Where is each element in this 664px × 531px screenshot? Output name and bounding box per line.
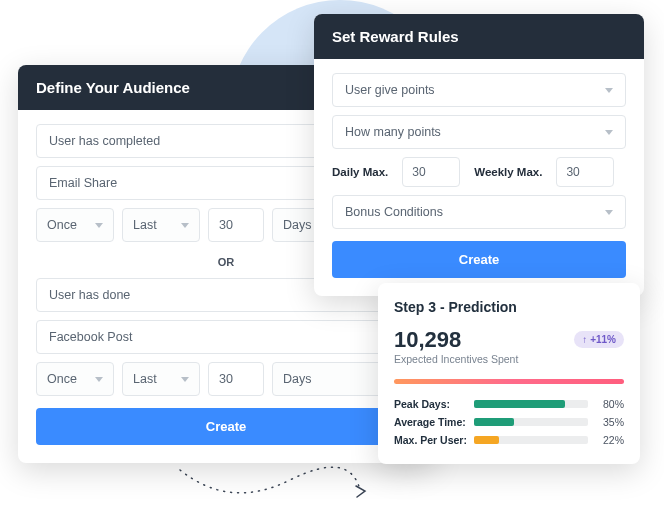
weekly-max-label: Weekly Max. bbox=[474, 166, 542, 178]
weekly-max-input[interactable] bbox=[556, 157, 614, 187]
bonus-label: Bonus Conditions bbox=[345, 205, 443, 219]
trigger-label-1: User has completed bbox=[49, 134, 160, 148]
arrow-up-icon: ↑ bbox=[582, 334, 587, 345]
prediction-value: 10,298 bbox=[394, 327, 518, 353]
chevron-down-icon bbox=[181, 223, 189, 228]
range-label-2: Last bbox=[133, 372, 157, 386]
channel-label-2: Facebook Post bbox=[49, 330, 132, 344]
reward-header: Set Reward Rules bbox=[314, 14, 644, 59]
reward-rules-card: Set Reward Rules User give points How ma… bbox=[314, 14, 644, 296]
avg-label: Average Time: bbox=[394, 416, 474, 428]
max-bar bbox=[474, 436, 588, 444]
reward-create-button[interactable]: Create bbox=[332, 241, 626, 278]
channel-select-2[interactable]: Facebook Post bbox=[36, 320, 416, 354]
chevron-down-icon bbox=[95, 223, 103, 228]
range-select-1[interactable]: Last bbox=[122, 208, 200, 242]
max-val: 22% bbox=[596, 434, 624, 446]
define-create-button[interactable]: Create bbox=[36, 408, 416, 445]
freq-label-2: Once bbox=[47, 372, 77, 386]
unit-label-2: Days bbox=[283, 372, 311, 386]
chevron-down-icon bbox=[605, 210, 613, 215]
trigger-label-2: User has done bbox=[49, 288, 130, 302]
delta-badge: ↑ +11% bbox=[574, 331, 624, 348]
chevron-down-icon bbox=[95, 377, 103, 382]
freq-select-1[interactable]: Once bbox=[36, 208, 114, 242]
reward-amount-label: How many points bbox=[345, 125, 441, 139]
max-label: Max. Per User: bbox=[394, 434, 474, 446]
peak-label: Peak Days: bbox=[394, 398, 474, 410]
peak-fill bbox=[474, 400, 565, 408]
delta-value: +11% bbox=[590, 334, 616, 345]
chevron-down-icon bbox=[605, 88, 613, 93]
range-label-1: Last bbox=[133, 218, 157, 232]
stat-avg: Average Time: 35% bbox=[394, 416, 624, 428]
reward-action-select[interactable]: User give points bbox=[332, 73, 626, 107]
chevron-down-icon bbox=[605, 130, 613, 135]
max-fill bbox=[474, 436, 499, 444]
bonus-select[interactable]: Bonus Conditions bbox=[332, 195, 626, 229]
count-input-2[interactable]: 30 bbox=[208, 362, 264, 396]
peak-bar bbox=[474, 400, 588, 408]
reward-action-label: User give points bbox=[345, 83, 435, 97]
range-select-2[interactable]: Last bbox=[122, 362, 200, 396]
avg-bar bbox=[474, 418, 588, 426]
chevron-down-icon bbox=[181, 377, 189, 382]
channel-label-1: Email Share bbox=[49, 176, 117, 190]
unit-label-1: Days bbox=[283, 218, 311, 232]
stat-peak: Peak Days: 80% bbox=[394, 398, 624, 410]
freq-select-2[interactable]: Once bbox=[36, 362, 114, 396]
reward-amount-select[interactable]: How many points bbox=[332, 115, 626, 149]
peak-val: 80% bbox=[596, 398, 624, 410]
daily-max-label: Daily Max. bbox=[332, 166, 388, 178]
prediction-subtitle: Expected Incentives Spent bbox=[394, 353, 518, 365]
avg-fill bbox=[474, 418, 514, 426]
prediction-card: Step 3 - Prediction 10,298 Expected Ince… bbox=[378, 283, 640, 464]
daily-max-input[interactable] bbox=[402, 157, 460, 187]
prediction-title: Step 3 - Prediction bbox=[394, 299, 624, 315]
count-input-1[interactable]: 30 bbox=[208, 208, 264, 242]
stat-max: Max. Per User: 22% bbox=[394, 434, 624, 446]
gradient-bar bbox=[394, 379, 624, 384]
avg-val: 35% bbox=[596, 416, 624, 428]
freq-label-1: Once bbox=[47, 218, 77, 232]
